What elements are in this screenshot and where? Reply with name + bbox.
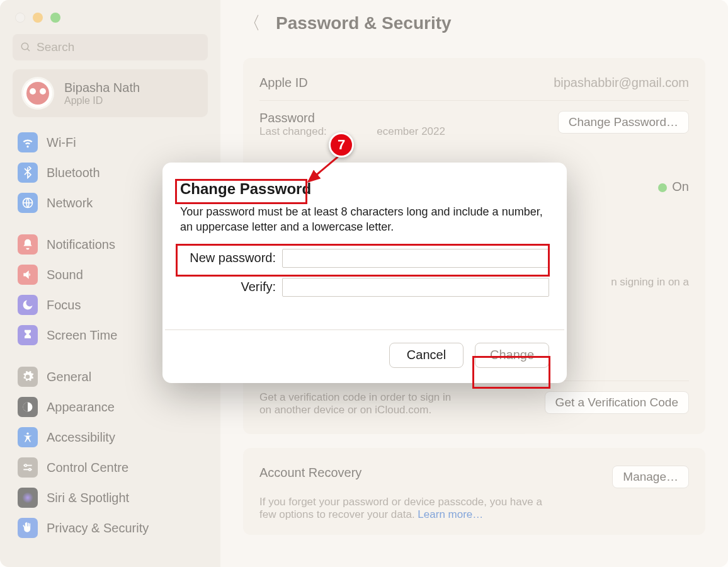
wifi-icon [18, 132, 38, 152]
sidebar-item-label: Wi-Fi [47, 135, 76, 150]
new-password-input[interactable] [282, 249, 549, 268]
sidebar-item-label: Accessibility [47, 430, 115, 445]
new-password-row: New password: [180, 249, 549, 268]
change-password-modal: Change Password Your password must be at… [162, 163, 567, 383]
recovery-desc-l2: few options to recover your data. [259, 508, 418, 520]
back-chevron-icon[interactable]: 〈 [243, 11, 261, 35]
sidebar-item-label: Control Centre [47, 461, 128, 475]
modal-title: Change Password [180, 180, 311, 198]
annotation-badge: 7 [329, 132, 354, 158]
apple-id-value: bipashabbir@gmail.com [554, 76, 689, 90]
network-icon [18, 193, 38, 213]
recovery-desc-l1: If you forget your password or device pa… [259, 496, 542, 508]
signin-hint-fragment: n signing in on a [611, 276, 689, 289]
maximize-window-icon[interactable] [50, 13, 60, 23]
bell-icon [18, 234, 38, 255]
appearance-icon [18, 397, 38, 417]
password-last-changed-suffix: ecember 2022 [377, 125, 445, 137]
sidebar-item-label: Screen Time [47, 328, 117, 343]
page-title: Password & Security [276, 13, 452, 33]
sidebar-item-label: Sound [47, 268, 83, 282]
sidebar-item-appearance[interactable]: Appearance [13, 392, 208, 422]
hourglass-icon [18, 325, 38, 345]
apple-id-label: Apple ID [259, 76, 308, 90]
sound-icon [18, 265, 38, 285]
verify-row: Verify: [180, 278, 549, 297]
window-controls [9, 9, 212, 34]
modal-hint: Your password must be at least 8 charact… [180, 204, 549, 235]
password-label: Password [259, 111, 445, 125]
sidebar-item-label: Privacy & Security [47, 521, 149, 536]
accessibility-icon [18, 427, 38, 447]
change-button[interactable]: Change [475, 343, 549, 368]
change-password-button[interactable]: Change Password… [558, 111, 689, 134]
svg-point-7 [23, 493, 33, 503]
bluetooth-icon [18, 163, 38, 183]
siri-icon [18, 488, 38, 508]
get-verification-code-button[interactable]: Get a Verification Code [545, 391, 689, 414]
sidebar-item-wifi[interactable]: Wi-Fi [13, 127, 208, 158]
search-placeholder: Search [37, 40, 74, 54]
verify-label: Verify: [180, 280, 282, 294]
status-dot-icon [658, 183, 667, 192]
svg-point-4 [26, 433, 28, 435]
user-card[interactable]: Bipasha Nath Apple ID [13, 69, 208, 117]
sidebar-item-label: Network [47, 196, 93, 210]
sidebar-item-accessibility[interactable]: Accessibility [13, 422, 208, 452]
close-window-icon[interactable] [15, 13, 25, 23]
svg-point-6 [29, 469, 31, 471]
svg-line-1 [27, 49, 30, 51]
panel-recovery: Account Recovery Manage… If you forget y… [243, 448, 705, 535]
svg-point-0 [21, 43, 28, 50]
avatar [21, 77, 54, 110]
sidebar-item-label: Bluetooth [47, 166, 100, 180]
sidebar-item-siri[interactable]: Siri & Spotlight [13, 483, 208, 513]
sidebar-item-label: General [47, 370, 91, 384]
sidebar-item-control[interactable]: Control Centre [13, 452, 208, 483]
cancel-button[interactable]: Cancel [389, 343, 464, 368]
search-icon [20, 42, 31, 53]
gear-icon [18, 367, 38, 387]
password-last-changed-prefix: Last changed: [259, 125, 327, 137]
sidebar-item-label: Siri & Spotlight [47, 491, 129, 505]
control-icon [18, 457, 38, 478]
user-subtitle: Apple ID [64, 95, 140, 106]
search-input-wrapper[interactable]: Search [13, 34, 208, 60]
manage-button[interactable]: Manage… [612, 466, 689, 488]
status-on: On [658, 180, 689, 194]
hand-icon [18, 518, 38, 538]
verification-desc-l1: Get a verification code in order to sign… [259, 391, 451, 404]
minimize-window-icon[interactable] [33, 13, 43, 23]
recovery-title: Account Recovery [259, 466, 361, 480]
moon-icon [18, 295, 38, 315]
sidebar-item-label: Appearance [47, 400, 115, 415]
new-password-label: New password: [180, 251, 282, 265]
svg-point-5 [25, 464, 26, 466]
sidebar-item-label: Notifications [47, 238, 115, 252]
verify-input[interactable] [282, 278, 549, 297]
sidebar-item-hand[interactable]: Privacy & Security [13, 513, 208, 543]
verification-desc-l2: on another device or on iCloud.com. [259, 404, 451, 416]
header: 〈 Password & Security [243, 11, 705, 35]
user-name: Bipasha Nath [64, 81, 140, 95]
sidebar-item-label: Focus [47, 298, 81, 312]
learn-more-link[interactable]: Learn more… [418, 508, 483, 520]
